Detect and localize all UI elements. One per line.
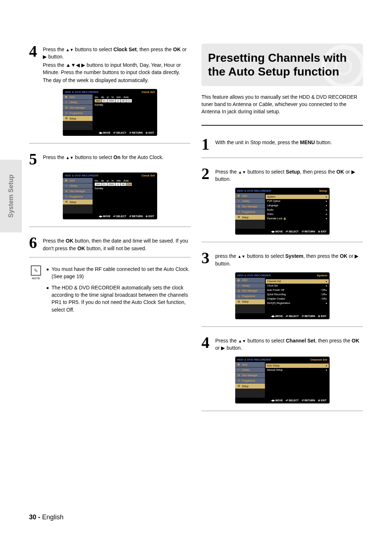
osd-side-setup: ⚙Setup (63, 116, 93, 121)
step-number: 2 (201, 166, 212, 183)
bold: OK (340, 253, 347, 259)
bold: MENU (300, 139, 315, 145)
lbl: Library (70, 101, 77, 103)
bold: System (285, 253, 303, 259)
note-badge: ✎ NOTE (29, 265, 43, 317)
bullet-icon: ■ (46, 284, 49, 313)
intro-text: This feature allows you to manually set … (201, 93, 363, 115)
divider (201, 411, 363, 411)
page-footer: 30 - English (29, 513, 64, 521)
txt: buttons to select (74, 46, 114, 52)
bold: Channel Set (286, 338, 315, 344)
bold: OK (336, 169, 344, 175)
bold: On (114, 154, 121, 160)
select-icon: ⏎ SELECT (113, 131, 126, 134)
prog-icon: ◷ (65, 111, 68, 114)
osd-side-programme: ◷Programme (63, 110, 93, 115)
right-step-2: 2 Press the ▲▼ buttons to select Setup, … (201, 166, 363, 183)
divider (201, 125, 363, 126)
up-down-icon: ▲▼ (238, 170, 246, 174)
side-tab-label: System Setup (7, 174, 15, 218)
txt: , then press the (300, 169, 336, 175)
osd-system: HDD & DVD RECORDERSystem ▦HDD ≡Library ◍… (235, 272, 330, 319)
menu-item: Chapter Creator (267, 297, 285, 300)
txt: buttons to select (74, 154, 114, 160)
divider (201, 242, 363, 242)
disc-icon: ◍ (65, 106, 68, 109)
txt: buttons to select (246, 338, 286, 344)
left-step-5: 5 Press the ▲▼ buttons to select On for … (29, 151, 191, 167)
step-number: 1 (201, 137, 212, 153)
note-text: You must have the RF cable connected to … (52, 265, 191, 280)
step-number: 4 (201, 335, 212, 352)
left-step-4: 4 Press the ▲▼ buttons to select Clock S… (29, 44, 191, 84)
divider (201, 158, 363, 158)
note-text: The HDD & DVD RECORDER automatically set… (52, 284, 191, 313)
menu-item: PVR Option (267, 200, 281, 203)
left-step-6: 6 Press the OK button, then the date and… (29, 235, 191, 252)
side-tab-system-setup: System Setup (0, 160, 22, 232)
move-icon: ◀▶ MOVE (99, 131, 111, 134)
osd-clockset-1: HDD & DVD RECORDER Clock Set ▦HDD ≡Libra… (63, 89, 157, 136)
note-block: ✎ NOTE ■You must have the RF cable conne… (29, 265, 191, 317)
left-column: 4 Press the ▲▼ buttons to select Clock S… (29, 44, 191, 419)
up-down-icon: ▲▼ (66, 155, 74, 160)
osd-clockset-2: HDD & DVD RECORDER Clock Set ▦HDD ≡Libra… (63, 172, 157, 219)
up-down-icon: ▲▼ (237, 254, 245, 259)
right-step-3: 3 press the ▲▼ buttons to select System,… (201, 250, 363, 267)
menu-item: Language (267, 204, 278, 207)
return-icon: ↺ RETURN (129, 131, 143, 134)
day: Sunday (95, 103, 155, 106)
osd-side-library: ≡Library (63, 100, 93, 105)
step-number: 5 (29, 151, 40, 167)
osd-screen-name: Clock Set (142, 90, 155, 94)
right-step-1: 1 With the unit in Stop mode, press the … (201, 137, 363, 153)
note-label: NOTE (29, 276, 43, 281)
osd-channel-set: HDD & DVD RECORDERChannel Set ▦HDD ≡Libr… (235, 357, 330, 403)
osd-title: HDD & DVD RECORDER (65, 90, 98, 94)
txt: Press the (215, 338, 238, 344)
step-number: 4 (29, 44, 40, 84)
txt: The day of the week is displayed automat… (43, 77, 191, 84)
lbl: Setup (70, 117, 76, 120)
lbl: HDD (70, 96, 75, 98)
menu-item: DivX(R) Registration (267, 302, 290, 305)
up-down-icon: ▲▼ (66, 48, 74, 52)
menu-item: Quick Recording (267, 293, 286, 296)
divider (201, 326, 363, 327)
note-icon: ✎ (31, 265, 41, 276)
bold: OK (173, 46, 181, 52)
menu-item: Manual Setup (267, 369, 283, 371)
c: 00 (121, 99, 126, 102)
osd-side-hdd: ▦HDD (63, 178, 93, 183)
menu-item: Video (267, 213, 274, 216)
menu-item: Auto Power Off (267, 289, 284, 292)
txt: for the Auto Clock. (121, 154, 163, 160)
lock-icon: 🔒 (283, 217, 286, 220)
txt: button, it will not be saved. (85, 245, 146, 251)
exit-icon: ⊘ EXIT (146, 131, 154, 134)
osd-side-programme: ◷Programme (63, 194, 93, 199)
txt: button. (315, 139, 332, 145)
txt: buttons to select (245, 253, 285, 259)
section-heading: Presetting Channels with the Auto Setup … (201, 44, 363, 86)
osd-side-hdd: ▦HDD (63, 94, 93, 100)
h: mo. (95, 96, 99, 98)
osd-screen-name: Clock Set (142, 174, 155, 177)
page-number: 30 - (29, 513, 40, 521)
bold: Clock Set (114, 46, 137, 52)
up-down-icon: ▲▼ (238, 339, 246, 343)
osd-side-disc: ◍Disc Manager (63, 188, 93, 194)
hdd-icon: ▦ (65, 96, 68, 98)
txt: press the (215, 253, 237, 259)
right-step-4: 4 Press the ▲▼ buttons to select Channel… (201, 335, 363, 352)
lbl: Programme (70, 112, 83, 114)
bold: OK (77, 245, 85, 251)
osd-side-library: ≡Library (63, 183, 93, 188)
h: Auto (123, 96, 128, 98)
c: On (126, 99, 132, 102)
txt: , then press the (303, 253, 340, 259)
bold: OK (352, 338, 359, 344)
c: 12 (115, 99, 121, 102)
menu-item: Audio (267, 208, 274, 211)
